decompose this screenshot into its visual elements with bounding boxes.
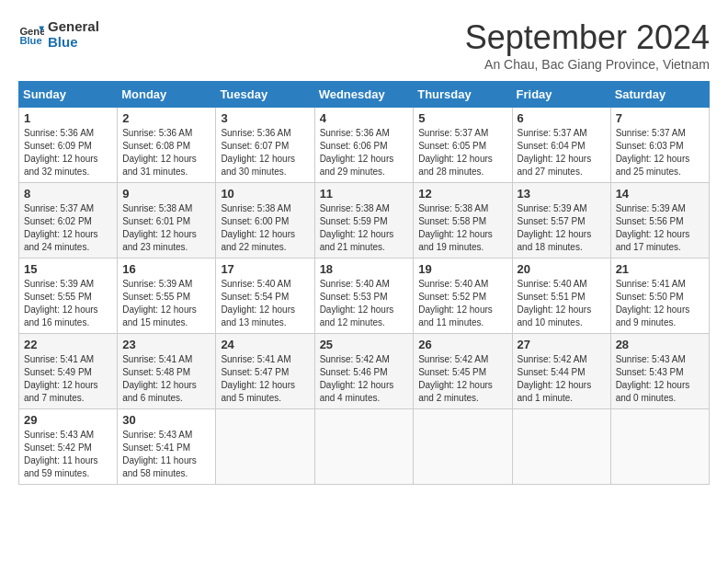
day-number: 14 bbox=[616, 187, 704, 201]
day-info: Sunrise: 5:42 AM Sunset: 5:44 PM Dayligh… bbox=[518, 353, 606, 405]
calendar-cell: 13Sunrise: 5:39 AM Sunset: 5:57 PM Dayli… bbox=[512, 183, 610, 259]
day-number: 28 bbox=[616, 338, 704, 351]
calendar-week-5: 29Sunrise: 5:43 AM Sunset: 5:42 PM Dayli… bbox=[19, 409, 710, 485]
day-info: Sunrise: 5:39 AM Sunset: 5:55 PM Dayligh… bbox=[24, 278, 112, 329]
svg-text:Blue: Blue bbox=[19, 35, 41, 46]
day-info: Sunrise: 5:36 AM Sunset: 6:06 PM Dayligh… bbox=[320, 127, 409, 178]
day-number: 10 bbox=[221, 187, 309, 201]
header: General Blue General Blue September 2024… bbox=[18, 18, 710, 72]
calendar-cell: 23Sunrise: 5:41 AM Sunset: 5:48 PM Dayli… bbox=[118, 334, 216, 409]
day-info: Sunrise: 5:43 AM Sunset: 5:43 PM Dayligh… bbox=[616, 353, 704, 405]
calendar-cell: 2Sunrise: 5:36 AM Sunset: 6:08 PM Daylig… bbox=[118, 108, 216, 183]
calendar-cell: 1Sunrise: 5:36 AM Sunset: 6:09 PM Daylig… bbox=[19, 108, 118, 183]
calendar-cell: 18Sunrise: 5:40 AM Sunset: 5:53 PM Dayli… bbox=[314, 259, 414, 334]
day-info: Sunrise: 5:37 AM Sunset: 6:04 PM Dayligh… bbox=[518, 127, 606, 178]
subtitle: An Chau, Bac Giang Province, Vietnam bbox=[465, 57, 710, 72]
calendar-cell: 29Sunrise: 5:43 AM Sunset: 5:42 PM Dayli… bbox=[19, 409, 118, 485]
calendar-cell: 20Sunrise: 5:40 AM Sunset: 5:51 PM Dayli… bbox=[512, 259, 610, 334]
calendar-cell bbox=[512, 409, 610, 485]
col-saturday: Saturday bbox=[610, 82, 709, 108]
col-friday: Friday bbox=[512, 82, 610, 108]
calendar-cell: 11Sunrise: 5:38 AM Sunset: 5:59 PM Dayli… bbox=[314, 183, 414, 259]
calendar-cell: 10Sunrise: 5:38 AM Sunset: 6:00 PM Dayli… bbox=[216, 183, 314, 259]
calendar-cell: 9Sunrise: 5:38 AM Sunset: 6:01 PM Daylig… bbox=[118, 183, 216, 259]
col-monday: Monday bbox=[118, 82, 216, 108]
calendar-cell: 3Sunrise: 5:36 AM Sunset: 6:07 PM Daylig… bbox=[216, 108, 314, 183]
day-number: 13 bbox=[518, 187, 606, 201]
col-wednesday: Wednesday bbox=[314, 82, 414, 108]
logo: General Blue General Blue bbox=[18, 18, 99, 50]
day-number: 29 bbox=[24, 413, 112, 427]
day-number: 11 bbox=[320, 187, 409, 201]
day-number: 20 bbox=[518, 262, 606, 276]
calendar-cell: 27Sunrise: 5:42 AM Sunset: 5:44 PM Dayli… bbox=[512, 334, 610, 409]
day-number: 9 bbox=[122, 187, 210, 201]
col-sunday: Sunday bbox=[19, 82, 118, 108]
calendar-cell: 15Sunrise: 5:39 AM Sunset: 5:55 PM Dayli… bbox=[19, 259, 118, 334]
day-info: Sunrise: 5:40 AM Sunset: 5:54 PM Dayligh… bbox=[221, 278, 309, 329]
day-number: 4 bbox=[320, 111, 409, 125]
logo-line1: General bbox=[48, 18, 99, 34]
calendar-cell bbox=[414, 409, 512, 485]
day-number: 2 bbox=[122, 111, 210, 125]
calendar-cell: 12Sunrise: 5:38 AM Sunset: 5:58 PM Dayli… bbox=[414, 183, 512, 259]
day-number: 8 bbox=[24, 187, 112, 201]
day-info: Sunrise: 5:37 AM Sunset: 6:02 PM Dayligh… bbox=[24, 202, 112, 254]
title-area: September 2024 An Chau, Bac Giang Provin… bbox=[465, 18, 710, 72]
day-number: 7 bbox=[616, 111, 704, 125]
calendar-cell: 25Sunrise: 5:42 AM Sunset: 5:46 PM Dayli… bbox=[314, 334, 414, 409]
logo-icon: General Blue bbox=[18, 21, 44, 47]
day-number: 1 bbox=[24, 111, 112, 125]
calendar-cell: 4Sunrise: 5:36 AM Sunset: 6:06 PM Daylig… bbox=[314, 108, 414, 183]
calendar-cell: 19Sunrise: 5:40 AM Sunset: 5:52 PM Dayli… bbox=[414, 259, 512, 334]
calendar-week-1: 1Sunrise: 5:36 AM Sunset: 6:09 PM Daylig… bbox=[19, 108, 710, 183]
day-number: 24 bbox=[221, 338, 309, 351]
calendar-table: Sunday Monday Tuesday Wednesday Thursday… bbox=[18, 81, 710, 485]
calendar-cell bbox=[216, 409, 314, 485]
day-number: 19 bbox=[418, 262, 506, 276]
month-title: September 2024 bbox=[465, 18, 710, 57]
day-info: Sunrise: 5:40 AM Sunset: 5:53 PM Dayligh… bbox=[320, 278, 409, 329]
logo-line2: Blue bbox=[48, 34, 99, 50]
calendar-cell: 7Sunrise: 5:37 AM Sunset: 6:03 PM Daylig… bbox=[610, 108, 709, 183]
day-number: 3 bbox=[221, 111, 309, 125]
calendar-cell: 6Sunrise: 5:37 AM Sunset: 6:04 PM Daylig… bbox=[512, 108, 610, 183]
calendar-cell: 26Sunrise: 5:42 AM Sunset: 5:45 PM Dayli… bbox=[414, 334, 512, 409]
day-number: 18 bbox=[320, 262, 409, 276]
calendar-cell: 21Sunrise: 5:41 AM Sunset: 5:50 PM Dayli… bbox=[610, 259, 709, 334]
day-number: 21 bbox=[616, 262, 704, 276]
day-number: 5 bbox=[418, 111, 506, 125]
day-info: Sunrise: 5:38 AM Sunset: 5:58 PM Dayligh… bbox=[418, 202, 506, 254]
day-info: Sunrise: 5:42 AM Sunset: 5:46 PM Dayligh… bbox=[320, 353, 409, 405]
col-tuesday: Tuesday bbox=[216, 82, 314, 108]
day-info: Sunrise: 5:38 AM Sunset: 5:59 PM Dayligh… bbox=[320, 202, 409, 254]
col-thursday: Thursday bbox=[414, 82, 512, 108]
day-info: Sunrise: 5:38 AM Sunset: 6:00 PM Dayligh… bbox=[221, 202, 309, 254]
day-info: Sunrise: 5:38 AM Sunset: 6:01 PM Dayligh… bbox=[122, 202, 210, 254]
header-row: Sunday Monday Tuesday Wednesday Thursday… bbox=[19, 82, 710, 108]
day-info: Sunrise: 5:36 AM Sunset: 6:09 PM Dayligh… bbox=[24, 127, 112, 178]
day-number: 26 bbox=[418, 338, 506, 351]
calendar-week-3: 15Sunrise: 5:39 AM Sunset: 5:55 PM Dayli… bbox=[19, 259, 710, 334]
calendar-week-4: 22Sunrise: 5:41 AM Sunset: 5:49 PM Dayli… bbox=[19, 334, 710, 409]
calendar-cell bbox=[610, 409, 709, 485]
calendar-cell: 22Sunrise: 5:41 AM Sunset: 5:49 PM Dayli… bbox=[19, 334, 118, 409]
day-number: 17 bbox=[221, 262, 309, 276]
day-info: Sunrise: 5:37 AM Sunset: 6:03 PM Dayligh… bbox=[616, 127, 704, 178]
day-number: 22 bbox=[24, 338, 112, 351]
day-info: Sunrise: 5:40 AM Sunset: 5:52 PM Dayligh… bbox=[418, 278, 506, 329]
day-number: 12 bbox=[418, 187, 506, 201]
day-info: Sunrise: 5:39 AM Sunset: 5:56 PM Dayligh… bbox=[616, 202, 704, 254]
day-number: 6 bbox=[518, 111, 606, 125]
day-number: 25 bbox=[320, 338, 409, 351]
day-info: Sunrise: 5:41 AM Sunset: 5:48 PM Dayligh… bbox=[122, 353, 210, 405]
calendar-cell: 14Sunrise: 5:39 AM Sunset: 5:56 PM Dayli… bbox=[610, 183, 709, 259]
calendar-cell: 5Sunrise: 5:37 AM Sunset: 6:05 PM Daylig… bbox=[414, 108, 512, 183]
calendar-week-2: 8Sunrise: 5:37 AM Sunset: 6:02 PM Daylig… bbox=[19, 183, 710, 259]
day-number: 15 bbox=[24, 262, 112, 276]
day-number: 23 bbox=[122, 338, 210, 351]
day-info: Sunrise: 5:41 AM Sunset: 5:50 PM Dayligh… bbox=[616, 278, 704, 329]
day-info: Sunrise: 5:43 AM Sunset: 5:42 PM Dayligh… bbox=[24, 429, 112, 480]
day-info: Sunrise: 5:36 AM Sunset: 6:07 PM Dayligh… bbox=[221, 127, 309, 178]
day-info: Sunrise: 5:37 AM Sunset: 6:05 PM Dayligh… bbox=[418, 127, 506, 178]
